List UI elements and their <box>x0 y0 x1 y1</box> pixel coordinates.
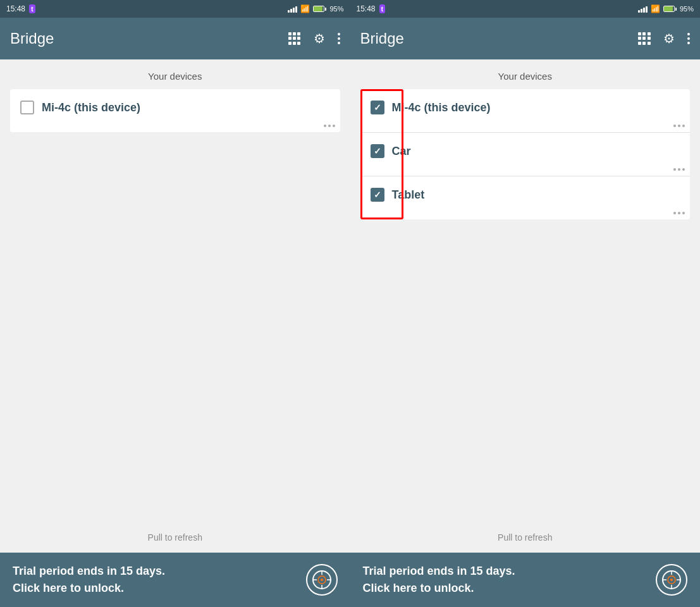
left-content: Your devices Mi-4c (this device) Pull to… <box>0 59 350 553</box>
left-twitch-icon: t <box>29 4 35 13</box>
right-gear-icon[interactable]: ⚙ <box>663 31 675 46</box>
left-app-title: Bridge <box>10 30 288 47</box>
left-device-inner-1: Mi-4c (this device) <box>10 89 340 122</box>
left-checkbox-1[interactable] <box>20 101 34 114</box>
left-signal-icon <box>288 5 297 13</box>
left-trial-banner[interactable]: Trial period ends in 15 days. Click here… <box>0 553 350 607</box>
right-device-name-3: Tablet <box>392 188 680 202</box>
right-twitch-icon: t <box>379 4 386 13</box>
right-battery-pct: 95% <box>680 5 694 13</box>
right-section-header: Your devices <box>350 59 701 89</box>
right-trial-banner[interactable]: Trial period ends in 15 days. Click here… <box>350 553 701 607</box>
right-trial-line1: Trial period ends in 15 days. <box>363 563 515 580</box>
left-status-bar: 15:48 t 📶 95% <box>0 0 350 18</box>
right-device-more-1[interactable] <box>360 122 691 132</box>
right-device-card-3: ✓ Tablet <box>360 176 691 219</box>
left-battery-pct: 95% <box>329 5 343 13</box>
right-device-inner-2: ✓ Car <box>360 133 691 166</box>
right-status-right: 📶 95% <box>638 4 694 13</box>
left-trial-line1: Trial period ends in 15 days. <box>13 563 165 580</box>
left-status-right: 📶 95% <box>288 4 343 13</box>
right-device-more-2[interactable] <box>360 166 691 176</box>
svg-point-6 <box>321 579 323 581</box>
right-battery-icon <box>663 6 677 12</box>
right-phone-panel: 15:48 t 📶 95% Bridge <box>350 0 701 607</box>
right-content: Your devices ✓ Mi-4c (this device) <box>350 59 701 553</box>
left-section-header: Your devices <box>0 59 350 89</box>
right-status-bar: 15:48 t 📶 95% <box>350 0 701 18</box>
right-devices-wrapper: ✓ Mi-4c (this device) ✓ Car <box>350 89 701 219</box>
right-toolbar-icons: ⚙ <box>638 31 690 46</box>
left-device-list: Mi-4c (this device) <box>0 89 350 137</box>
left-device-name-1: Mi-4c (this device) <box>42 101 330 114</box>
right-device-card-2: ✓ Car <box>360 133 691 176</box>
left-status-left: 15:48 t <box>6 4 35 13</box>
left-grid-icon[interactable] <box>288 32 301 45</box>
left-gear-icon[interactable]: ⚙ <box>314 31 325 46</box>
right-trial-icon <box>656 564 687 596</box>
right-pull-to-refresh: Pull to refresh <box>350 522 701 553</box>
right-toolbar: Bridge ⚙ <box>350 18 701 59</box>
right-status-left: 15:48 t <box>357 4 386 13</box>
svg-point-13 <box>670 579 673 581</box>
right-more-icon[interactable] <box>687 33 690 44</box>
right-signal-icon <box>638 5 648 13</box>
right-checkbox-2[interactable]: ✓ <box>371 144 384 158</box>
right-trial-text: Trial period ends in 15 days. Click here… <box>363 563 515 597</box>
left-trial-text: Trial period ends in 15 days. Click here… <box>13 563 165 597</box>
left-toolbar: Bridge ⚙ <box>0 18 350 59</box>
left-device-more-1[interactable] <box>10 122 340 132</box>
right-app-title: Bridge <box>360 30 639 47</box>
checkmark-1: ✓ <box>374 102 381 113</box>
left-wifi-icon: 📶 <box>300 4 310 13</box>
right-wifi-icon: 📶 <box>651 4 660 13</box>
left-toolbar-icons: ⚙ <box>288 31 340 46</box>
right-device-name-1: Mi-4c (this device) <box>392 101 680 114</box>
right-grid-icon[interactable] <box>638 32 651 45</box>
left-more-icon[interactable] <box>338 33 340 44</box>
right-checkbox-1[interactable]: ✓ <box>371 101 384 114</box>
left-time: 15:48 <box>6 4 25 13</box>
left-trial-icon <box>306 564 338 596</box>
right-device-more-3[interactable] <box>360 209 691 219</box>
left-trial-line2: Click here to unlock. <box>13 580 165 597</box>
right-device-card-1: ✓ Mi-4c (this device) <box>360 89 691 132</box>
right-device-inner-1: ✓ Mi-4c (this device) <box>360 89 691 122</box>
checkmark-2: ✓ <box>374 146 381 156</box>
left-device-card-1: Mi-4c (this device) <box>10 89 340 132</box>
checkmark-3: ✓ <box>374 190 381 200</box>
right-checkbox-3[interactable]: ✓ <box>371 188 384 202</box>
left-battery-icon <box>313 6 326 12</box>
right-time: 15:48 <box>357 4 376 13</box>
right-device-name-2: Car <box>392 145 680 158</box>
left-phone-panel: 15:48 t 📶 95% Bridge <box>0 0 350 607</box>
left-pull-to-refresh: Pull to refresh <box>0 522 350 553</box>
right-trial-line2: Click here to unlock. <box>363 580 515 597</box>
right-device-inner-3: ✓ Tablet <box>360 176 691 209</box>
